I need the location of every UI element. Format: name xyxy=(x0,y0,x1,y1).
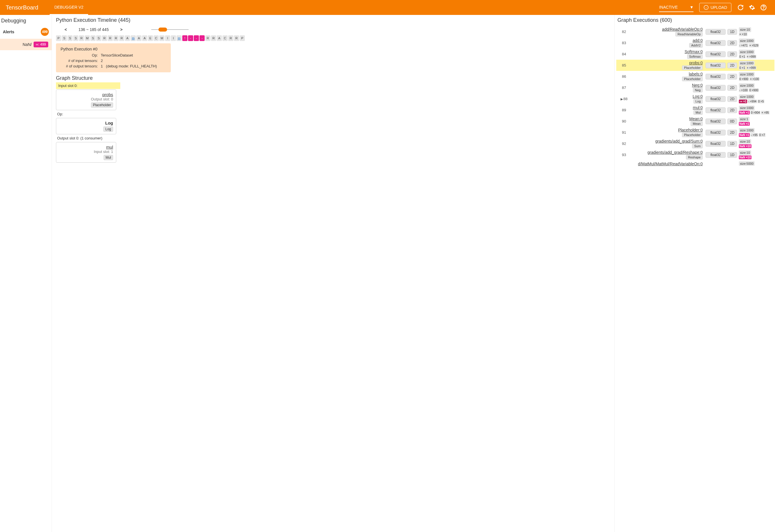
timeline-chip[interactable]: P xyxy=(56,35,61,41)
exec-detail-title: Python Execution #0 xyxy=(61,47,166,51)
tab-debugger-v2[interactable]: DEBUGGER V2 xyxy=(50,0,88,15)
timeline-chip[interactable]: A xyxy=(125,35,130,41)
timeline-nav: < 136 ~ 185 of 445 > xyxy=(56,26,610,35)
op-header: Op: xyxy=(56,111,610,117)
alerts-sidebar: Debugging Alerts 499 NaN/ ∞: 499 xyxy=(0,15,52,532)
alert-nan-pill: ∞: 499 xyxy=(34,42,48,47)
timeline-pane: Python Execution Timeline (445) < 136 ~ … xyxy=(52,15,614,163)
timeline-chip[interactable]: R xyxy=(113,35,118,41)
timeline-title: Python Execution Timeline (445) xyxy=(56,17,610,23)
timeline-chip[interactable]: - xyxy=(188,35,193,41)
timeline-chip[interactable]: C xyxy=(153,35,159,41)
alert-nan-label: NaN/ xyxy=(23,42,32,47)
graph-executions-pane: Graph Executions (600) 82add/ReadVariabl… xyxy=(614,15,775,532)
alerts-label: Alerts xyxy=(3,30,14,34)
output-slot-box[interactable]: mul Input slot: 1 Mul xyxy=(56,142,116,163)
graph-exec-row[interactable]: d/MatMul/MatMul/ReadVariableOn:0size:500… xyxy=(616,160,774,167)
timeline-range-text: 136 ~ 185 of 445 xyxy=(78,27,109,32)
timeline-chip[interactable]: E xyxy=(148,35,153,41)
timeline-chip[interactable]: R xyxy=(102,35,107,41)
graph-exec-row[interactable]: 84Softmax:0Softmaxfloat322Dsize:10000 ×1… xyxy=(616,48,774,60)
input-slot-box[interactable]: probs Output slot: 0 Placeholder xyxy=(56,90,116,110)
graph-exec-row[interactable]: 82add/ReadVariableOp:0ReadVariableOpfloa… xyxy=(616,26,774,37)
help-button[interactable] xyxy=(760,4,767,11)
timeline-next-button[interactable]: > xyxy=(120,27,123,32)
timeline-chip[interactable]: P xyxy=(240,35,245,41)
graph-exec-row[interactable]: 90Mean:0Meanfloat320Dsize:1NaN ×1 xyxy=(616,116,774,127)
timeline-chip[interactable]: A xyxy=(217,35,222,41)
graph-exec-row[interactable]: 85probs:0Placeholderfloat322Dsize:10000 … xyxy=(616,60,774,71)
refresh-button[interactable] xyxy=(737,4,744,11)
info-icon xyxy=(704,5,709,10)
timeline-chip[interactable]: M xyxy=(85,35,90,41)
graph-exec-row[interactable]: 91Placeholder:0Placeholderfloat322Dsize:… xyxy=(616,127,774,138)
alerts-count-badge: 499 xyxy=(41,28,49,36)
graph-exec-row[interactable]: 87Neg:0Negfloat322Dsize:1000- ×1000 ×900 xyxy=(616,82,774,93)
timeline-chip[interactable]: R xyxy=(108,35,113,41)
help-icon xyxy=(760,4,767,11)
timeline-chip[interactable]: I xyxy=(165,35,170,41)
timeline-chip[interactable]: R xyxy=(234,35,239,41)
op-box[interactable]: Log Log xyxy=(56,118,116,134)
graph-exec-row[interactable]: ▶88Log:0Logfloat322Dsize:1000-∞ ×1- ×994… xyxy=(616,93,774,104)
timeline-chip[interactable]: R xyxy=(79,35,84,41)
timeline-chip[interactable]: S xyxy=(62,35,67,41)
status-value: INACTIVE xyxy=(659,5,678,9)
debugging-title: Debugging xyxy=(0,18,52,27)
timeline-chip[interactable]: R xyxy=(119,35,124,41)
timeline-chip[interactable]: ! xyxy=(182,35,187,41)
timeline-chip[interactable]: I xyxy=(171,35,176,41)
timeline-prev-button[interactable]: < xyxy=(65,27,67,32)
graph-exec-row[interactable]: 89mul:0Mulfloat322Dsize:1000NaN ×10 ×904… xyxy=(616,104,774,116)
graph-structure-title: Graph Structure xyxy=(56,74,610,82)
timeline-chip[interactable]: R xyxy=(205,35,210,41)
alerts-header: Alerts 499 xyxy=(0,27,52,39)
timeline-chip[interactable]: S xyxy=(90,35,96,41)
upload-label: UPLOAD xyxy=(710,5,727,10)
timeline-chip[interactable]: R xyxy=(228,35,233,41)
upload-button[interactable]: UPLOAD xyxy=(699,3,731,12)
graph-exec-title: Graph Executions (600) xyxy=(616,17,774,23)
timeline-chip[interactable]: - xyxy=(199,35,205,41)
timeline-chip[interactable]: S xyxy=(96,35,101,41)
timeline-slider[interactable] xyxy=(151,29,189,30)
graph-exec-row[interactable]: 93gradients/add_grad/Reshape:0Reshapeflo… xyxy=(616,149,774,160)
timeline-chip[interactable]: S xyxy=(73,35,78,41)
graph-exec-row[interactable]: 83add:0AddV2float322Dsize:1000- ×471+ ×5… xyxy=(616,37,774,48)
timeline-chip[interactable]: - xyxy=(194,35,199,41)
chevron-down-icon: ▼ xyxy=(690,5,694,9)
logo: TensorBoard xyxy=(6,4,38,11)
timeline-chip[interactable]: M xyxy=(159,35,164,41)
timeline-chip[interactable]: R xyxy=(211,35,216,41)
execution-detail-card: Python Execution #0 Op:TensorSliceDatase… xyxy=(56,43,171,72)
timeline-chip[interactable]: m xyxy=(131,35,136,41)
timeline-chip[interactable]: S xyxy=(67,35,73,41)
alert-nan-item[interactable]: NaN/ ∞: 499 xyxy=(0,39,52,50)
graph-exec-row[interactable]: 92gradients/add_grad/Sum:0Sumfloat321Dsi… xyxy=(616,138,774,149)
gear-icon xyxy=(749,4,755,11)
graph-exec-row[interactable]: 86labels:0Placeholderfloat322Dsize:10000… xyxy=(616,71,774,82)
output-slot-header: Output slot 0: (1 consumer) xyxy=(56,135,610,141)
timeline-chip[interactable]: C xyxy=(222,35,228,41)
refresh-icon xyxy=(737,4,744,11)
graph-structure-pane: Graph Structure Input slot 0: probs Outp… xyxy=(56,74,610,163)
timeline-chip[interactable]: A xyxy=(142,35,147,41)
input-slot-header: Input slot 0: xyxy=(56,82,120,89)
status-dropdown[interactable]: INACTIVE ▼ xyxy=(659,3,694,12)
app-header: TensorBoard DEBUGGER V2 INACTIVE ▼ UPLOA… xyxy=(0,0,775,15)
timeline-chips: PSSSRMSSRRRRAmAAECMIIm!---RRACRRP xyxy=(56,35,610,41)
timeline-chip[interactable]: A xyxy=(136,35,141,41)
timeline-chip[interactable]: m xyxy=(176,35,182,41)
settings-button[interactable] xyxy=(749,4,755,11)
